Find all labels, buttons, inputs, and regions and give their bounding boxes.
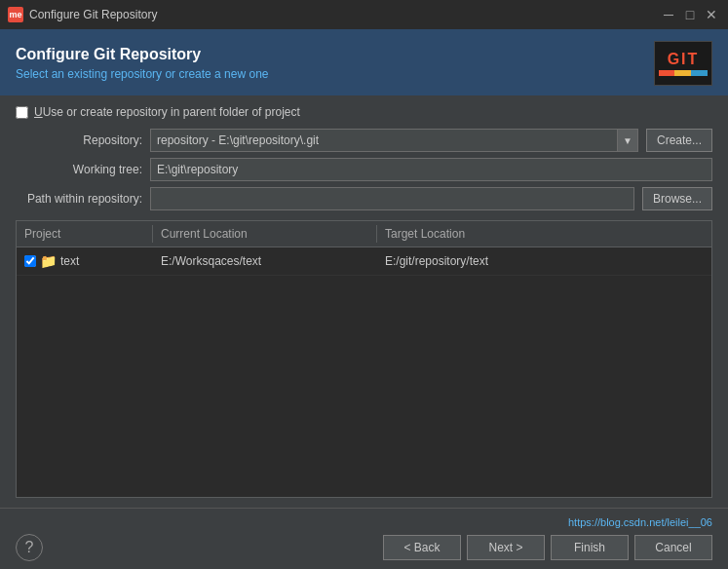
window-controls: ─ □ ✕ xyxy=(660,6,720,23)
create-button[interactable]: Create... xyxy=(646,129,712,152)
back-button[interactable]: < Back xyxy=(383,535,461,560)
header-title: Configure Git Repository xyxy=(16,46,268,63)
header-text: Configure Git Repository Select an exist… xyxy=(16,46,268,81)
col-target-location: Target Location xyxy=(377,225,711,243)
cancel-button[interactable]: Cancel xyxy=(634,535,712,560)
parent-folder-checkbox[interactable] xyxy=(16,106,28,119)
table-row: 📁 text E:/Worksqaces/text E:/git/reposit… xyxy=(17,247,711,276)
col-project: Project xyxy=(17,225,153,243)
working-tree-label: Working tree: xyxy=(16,163,142,176)
path-within-input[interactable] xyxy=(150,187,634,210)
close-button[interactable]: ✕ xyxy=(703,6,720,23)
footer: https://blog.csdn.net/leilei__06 ? < Bac… xyxy=(0,508,728,569)
parent-folder-label: UUse or create repository in parent fold… xyxy=(34,105,300,119)
col-current-location: Current Location xyxy=(153,225,377,243)
browse-button[interactable]: Browse... xyxy=(642,187,712,210)
repository-row: Repository: ▼ Create... xyxy=(16,129,712,152)
repository-dropdown-arrow[interactable]: ▼ xyxy=(617,129,638,152)
repository-label: Repository: xyxy=(16,133,142,147)
header-subtitle: Select an existing repository or create … xyxy=(16,67,268,81)
git-logo-text: GIT xyxy=(668,51,700,68)
nav-buttons: < Back Next > Finish Cancel xyxy=(383,535,712,560)
git-logo-bar xyxy=(659,70,708,76)
title-bar: me Configure Git Repository ─ □ ✕ xyxy=(0,0,728,29)
repository-dropdown-wrapper: ▼ xyxy=(150,129,638,152)
minimize-button[interactable]: ─ xyxy=(660,6,677,23)
git-logo: GIT xyxy=(654,41,712,86)
next-button[interactable]: Next > xyxy=(467,535,545,560)
table-header: Project Current Location Target Location xyxy=(17,221,711,247)
target-location-cell: E:/git/repository/text xyxy=(377,250,711,272)
path-within-row: Path within repository: Browse... xyxy=(16,187,712,210)
table-body: 📁 text E:/Worksqaces/text E:/git/reposit… xyxy=(17,247,711,276)
path-within-label: Path within repository: xyxy=(16,192,142,206)
parent-folder-checkbox-row: UUse or create repository in parent fold… xyxy=(16,105,712,119)
app-icon: me xyxy=(8,7,23,22)
window-title: Configure Git Repository xyxy=(29,8,157,21)
working-tree-row: Working tree: xyxy=(16,158,712,181)
maximize-button[interactable]: □ xyxy=(681,6,699,23)
content-area: UUse or create repository in parent fold… xyxy=(0,95,728,508)
project-cell: 📁 text xyxy=(17,250,153,272)
url-bar: https://blog.csdn.net/leilei__06 xyxy=(16,516,712,528)
project-table: Project Current Location Target Location… xyxy=(16,220,712,498)
project-name: text xyxy=(60,254,79,268)
title-bar-left: me Configure Git Repository xyxy=(8,7,157,22)
help-button[interactable]: ? xyxy=(16,534,43,561)
finish-button[interactable]: Finish xyxy=(551,535,629,560)
folder-icon: 📁 xyxy=(40,253,57,269)
repository-input[interactable] xyxy=(150,129,617,152)
button-row: ? < Back Next > Finish Cancel xyxy=(16,534,712,561)
working-tree-input[interactable] xyxy=(150,158,712,181)
current-location-cell: E:/Worksqaces/text xyxy=(153,250,377,272)
project-checkbox[interactable] xyxy=(24,255,36,267)
header-section: Configure Git Repository Select an exist… xyxy=(0,29,728,95)
